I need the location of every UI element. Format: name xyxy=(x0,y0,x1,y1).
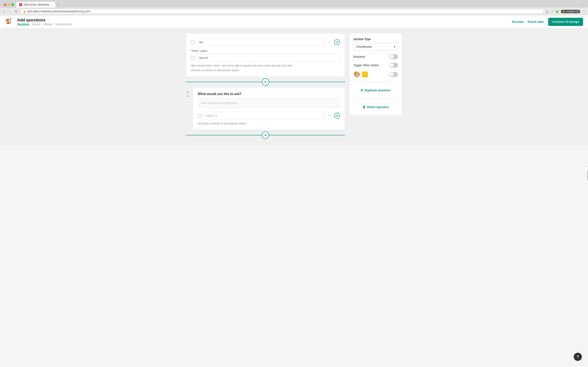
incognito-badge: 🕵 Incognito (2) xyxy=(561,10,580,13)
breadcrumb-sep-2: › xyxy=(41,23,42,25)
continue-to-design-button[interactable]: Continue To Design xyxy=(548,18,583,26)
option-1-input[interactable] xyxy=(204,112,324,119)
browser-chrome: M Edit Survey | Mailchimp × + ⋮ ‹ › ↻ 🔒 … xyxy=(0,0,588,15)
breadcrumb: Questions › Design › Settings › Sharing … xyxy=(17,23,508,26)
sticker-emoji-icon: 🎨 xyxy=(354,71,361,78)
options-section: − + Hit Enter or Return to add another o… xyxy=(198,112,340,125)
collapse-down-button[interactable]: ▼ xyxy=(186,94,190,98)
survey-column: − + "Other" option When people select "o… xyxy=(186,33,345,140)
yellow-dot xyxy=(362,72,368,77)
chevron-down-icon: ▾ xyxy=(394,45,395,48)
chrome-menu-icon[interactable]: ⋮ xyxy=(582,9,586,13)
duplicate-question-button[interactable]: ⧉ Duplicate Question xyxy=(354,86,398,94)
toggle-other-toggle[interactable] xyxy=(389,63,398,68)
address-bar: ‹ › ↻ 🔒 us21.admin.mailchimp.com/lists/s… xyxy=(0,8,588,15)
question-section: ▲ ▼ What would you like to ask? − + Hit … xyxy=(186,87,345,130)
remove-option-no-button[interactable]: − xyxy=(326,39,332,45)
new-tab-button[interactable]: + xyxy=(55,2,61,8)
add-question-button-1[interactable]: + xyxy=(262,78,269,86)
header-title-area: Add questions Questions › Design › Setti… xyxy=(17,18,508,26)
option-row-other xyxy=(191,54,340,62)
breadcrumb-sep-3: › xyxy=(53,23,54,25)
extensions-icon[interactable]: 🧩 xyxy=(555,10,559,13)
bookmark-icon[interactable]: ☆ xyxy=(551,10,553,13)
tab-title: Edit Survey | Mailchimp xyxy=(24,3,49,6)
question-text-input[interactable] xyxy=(198,98,340,108)
upper-question-card: − + "Other" option When people select "o… xyxy=(186,33,345,77)
add-question-divider-2: + xyxy=(186,135,345,135)
traffic-lights xyxy=(2,2,16,8)
hit-enter-note-upper: Hit Enter or Return to add another optio… xyxy=(191,69,340,72)
collapse-up-button[interactable]: ▲ xyxy=(186,90,190,94)
extra-toggle[interactable] xyxy=(389,72,398,77)
required-toggle-knob xyxy=(390,55,394,59)
breadcrumb-settings[interactable]: Settings xyxy=(43,23,52,26)
breadcrumb-design[interactable]: Design xyxy=(32,23,40,26)
option-checkbox-other[interactable] xyxy=(191,56,195,60)
minimize-window-button[interactable] xyxy=(8,3,10,6)
finish-later-button[interactable]: Finish later xyxy=(528,20,544,24)
sidebar-panel: Section Type Checkboxes ▾ Required Toggl… xyxy=(349,33,402,140)
toggle-other-label: Toggle Other Option xyxy=(354,64,379,67)
url-bar[interactable]: 🔒 us21.admin.mailchimp.com/lists/surveys… xyxy=(21,9,544,14)
section-type-label: Section Type xyxy=(354,38,398,41)
app-logo: 🐒 xyxy=(5,18,13,26)
required-label: Required xyxy=(354,55,365,58)
tab-close-button[interactable]: × xyxy=(51,3,52,6)
other-option-note: When people select "other", they will be… xyxy=(191,64,340,67)
cast-icon: 📡 xyxy=(546,10,549,13)
add-question-divider-1: + xyxy=(186,82,345,82)
option-input-other[interactable] xyxy=(197,54,340,62)
mailchimp-logo-icon: 🐒 xyxy=(5,18,12,24)
section-type-select[interactable]: Checkboxes ▾ xyxy=(354,43,398,50)
sidebar-card: Section Type Checkboxes ▾ Required Toggl… xyxy=(349,33,402,115)
collapse-arrows: ▲ ▼ xyxy=(186,87,190,98)
forward-button[interactable]: › xyxy=(8,9,11,14)
back-button[interactable]: ‹ xyxy=(2,9,6,14)
sidebar-divider-2 xyxy=(354,99,398,99)
option-row-no: − + xyxy=(191,38,340,46)
breadcrumb-sharing[interactable]: Sharing options xyxy=(55,23,72,26)
browser-toolbar-icons: 📡 ☆ 🧩 🕵 Incognito (2) ⋮ xyxy=(546,9,586,13)
question-prompt: What would you like to ask? xyxy=(198,92,340,96)
other-option-section: "Other" option When people select "other… xyxy=(191,49,340,72)
section-type-value: Checkboxes xyxy=(356,45,372,48)
hit-enter-note-lower: Hit Enter or Return to add another optio… xyxy=(198,122,340,125)
toggle-other-row: Toggle Other Option xyxy=(354,63,398,68)
sidebar-divider-1 xyxy=(354,82,398,82)
page-title: Add questions xyxy=(17,18,508,22)
delete-label: Delete Question xyxy=(367,105,389,109)
option-checkbox-no[interactable] xyxy=(191,40,195,44)
option-input-no[interactable] xyxy=(197,38,324,46)
option-1-checkbox[interactable] xyxy=(198,114,201,117)
lock-icon: 🔒 xyxy=(23,10,26,13)
sticker-area: 🎨 xyxy=(354,71,398,78)
add-option-no-button[interactable]: + xyxy=(334,39,340,45)
toggle-other-knob xyxy=(390,63,394,67)
extra-toggle-knob xyxy=(390,72,394,76)
option-row-1: − + xyxy=(198,112,340,119)
duplicate-icon: ⧉ xyxy=(361,89,363,92)
reload-button[interactable]: ↻ xyxy=(14,9,19,14)
delete-question-button[interactable]: 🗑 Delete Question xyxy=(354,103,398,111)
incognito-label: Incognito (2) xyxy=(566,10,579,13)
browser-menu-icon[interactable]: ⋮ xyxy=(582,3,586,6)
question-card: What would you like to ask? − + Hit Ente… xyxy=(193,87,345,130)
remove-option-1-button[interactable]: − xyxy=(326,113,332,119)
add-question-button-2[interactable]: + xyxy=(262,132,269,139)
breadcrumb-questions[interactable]: Questions xyxy=(17,23,29,26)
browser-tab[interactable]: M Edit Survey | Mailchimp × xyxy=(16,2,55,8)
maximize-window-button[interactable] xyxy=(11,3,14,6)
required-toggle[interactable] xyxy=(389,54,398,59)
url-text: us21.admin.mailchimp.com/lists/surveys/e… xyxy=(27,10,90,13)
tab-favicon: M xyxy=(19,3,22,6)
main-content: − + "Other" option When people select "o… xyxy=(0,28,588,145)
close-window-button[interactable] xyxy=(4,3,7,6)
preview-button[interactable]: Preview xyxy=(512,20,524,24)
app-header: 🐒 Add questions Questions › Design › Set… xyxy=(0,15,588,28)
add-option-1-button[interactable]: + xyxy=(334,113,340,118)
required-toggle-row: Required xyxy=(354,54,398,59)
breadcrumb-sep-1: › xyxy=(30,23,31,25)
duplicate-label: Duplicate Question xyxy=(364,89,390,92)
incognito-icon: 🕵 xyxy=(562,10,565,13)
